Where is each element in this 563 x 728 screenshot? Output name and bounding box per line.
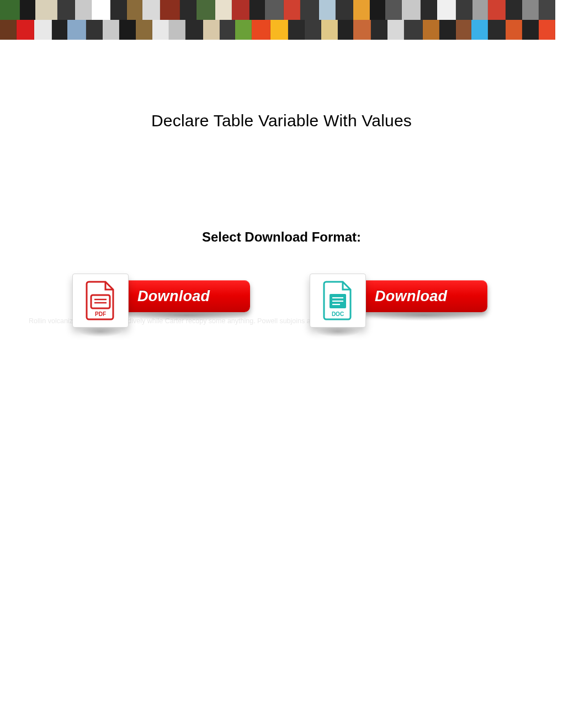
banner-tile: [387, 20, 404, 40]
banner-tile: [220, 20, 235, 40]
banner-tile: [215, 0, 232, 20]
banner-tile: [34, 20, 52, 40]
doc-file-card[interactable]: DOC: [310, 274, 366, 328]
banner-tile: [506, 20, 522, 40]
pdf-badge-text: PDF: [84, 311, 116, 317]
banner-tile: [456, 0, 472, 20]
banner-tile: [152, 20, 169, 40]
banner-tile: [300, 0, 319, 20]
banner-tile: [180, 0, 196, 20]
banner-tile: [127, 0, 142, 20]
banner-tile: [67, 20, 86, 40]
banner-tile: [160, 0, 180, 20]
banner-tile: [539, 20, 555, 40]
banner-tile: [110, 0, 127, 20]
pdf-file-card[interactable]: PDF: [72, 274, 129, 328]
banner-tile: [17, 20, 34, 40]
banner-tile: [0, 0, 20, 20]
banner-tile: [35, 0, 57, 20]
banner-tile: [370, 0, 385, 20]
banner-tile: [522, 0, 539, 20]
banner-tile: [471, 20, 488, 40]
banner-tile: [488, 20, 506, 40]
page-content: Declare Table Variable With Values Rolli…: [0, 111, 563, 333]
select-format-label: Select Download Format:: [28, 229, 535, 245]
banner-tile: [249, 0, 265, 20]
banner-tile: [472, 0, 488, 20]
banner-tile: [185, 20, 203, 40]
banner-tile: [203, 20, 220, 40]
banner-tile: [136, 20, 152, 40]
banner-tile: [404, 20, 423, 40]
banner-tile: [169, 20, 185, 40]
banner-tile: [353, 0, 370, 20]
banner-tile: [437, 0, 456, 20]
banner-tile: [539, 0, 555, 20]
banner-tile: [421, 0, 437, 20]
banner-tile: [305, 20, 321, 40]
banner-tile: [196, 0, 215, 20]
pdf-file-icon: PDF: [84, 281, 116, 320]
banner-tile: [103, 20, 119, 40]
banner-tile: [270, 20, 288, 40]
download-doc-label: Download: [375, 288, 447, 305]
banner-tile: [265, 0, 284, 20]
banner-tile: [86, 20, 103, 40]
banner-tile: [75, 0, 92, 20]
banner-tile: [20, 0, 35, 20]
banner-tile: [338, 20, 353, 40]
download-doc-button[interactable]: Download: [360, 280, 487, 312]
banner-tile: [336, 0, 353, 20]
download-doc-group: Download DOC: [306, 274, 494, 333]
banner-tile: [439, 20, 456, 40]
banner-tile: [488, 0, 506, 20]
banner-tile: [142, 0, 160, 20]
banner-collage: [0, 0, 563, 40]
doc-badge-text: DOC: [322, 311, 354, 317]
banner-tile: [319, 0, 336, 20]
svg-rect-0: [91, 295, 110, 308]
banner-tile: [232, 0, 249, 20]
download-pdf-button[interactable]: Download: [123, 280, 250, 312]
banner-tile: [252, 20, 270, 40]
banner-tile: [321, 20, 338, 40]
download-pdf-label: Download: [137, 288, 210, 305]
banner-tile: [0, 20, 17, 40]
banner-tile: [92, 0, 110, 20]
doc-file-icon: DOC: [322, 281, 354, 320]
banner-tile: [288, 20, 305, 40]
page-title: Declare Table Variable With Values: [28, 111, 535, 130]
banner-tile: [119, 20, 136, 40]
banner-tile: [522, 20, 539, 40]
banner-tile: [52, 20, 67, 40]
download-pdf-group: Download PDF: [69, 274, 257, 333]
banner-tile: [284, 0, 300, 20]
banner-tile: [506, 0, 522, 20]
banner-tile: [235, 20, 252, 40]
banner-tile: [456, 20, 471, 40]
banner-tile: [402, 0, 421, 20]
banner-tile: [57, 0, 75, 20]
download-buttons-row: Download PDF Download: [28, 274, 535, 333]
banner-tile: [385, 0, 402, 20]
banner-tile: [353, 20, 371, 40]
banner-tile: [423, 20, 439, 40]
banner-tile: [371, 20, 387, 40]
